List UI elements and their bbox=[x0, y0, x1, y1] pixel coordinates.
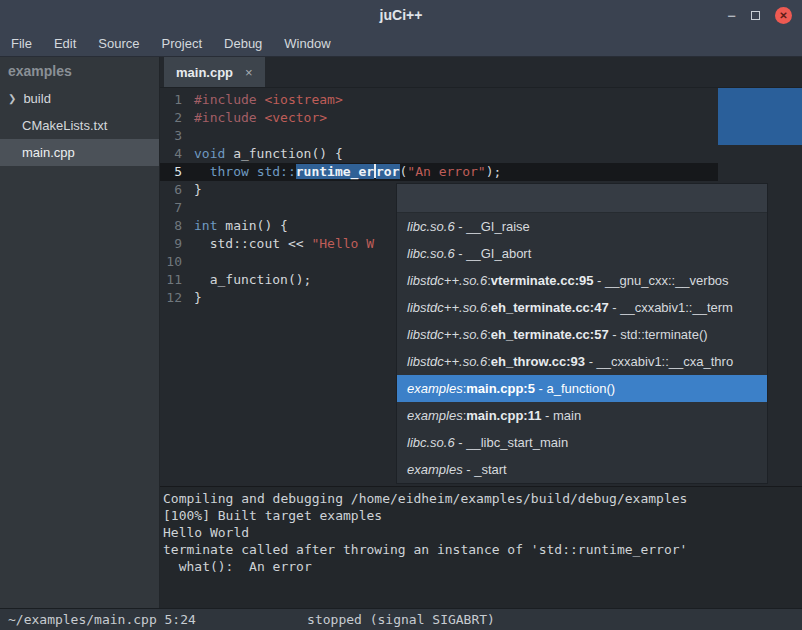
code-line-4[interactable]: 4void a_function() { bbox=[160, 145, 802, 163]
code-text: int main() { bbox=[188, 217, 288, 235]
code-pp: #include bbox=[194, 92, 257, 107]
stack-frame-8[interactable]: libc.so.6 - __libc_start_main bbox=[397, 429, 767, 456]
frame-library: libstdc++.so.6 bbox=[407, 327, 487, 342]
code-line-2[interactable]: 2#include <vector> bbox=[160, 109, 802, 127]
frame-location: main.cpp:11 bbox=[466, 408, 541, 423]
menu-source[interactable]: Source bbox=[87, 30, 150, 56]
code-line-1[interactable]: 1#include <iostream> bbox=[160, 91, 802, 109]
restore-icon[interactable] bbox=[751, 6, 760, 24]
code-text: a_function(); bbox=[188, 271, 311, 289]
frame-location: eh_terminate.cc:47 bbox=[491, 300, 609, 315]
line-number: 1 bbox=[160, 91, 188, 109]
code-editor[interactable]: 1#include <iostream>2#include <vector>34… bbox=[160, 88, 802, 486]
code-line-5[interactable]: 5 throw std::runtime_error("An error"); bbox=[160, 163, 802, 181]
code-plain bbox=[249, 164, 257, 179]
file-label: build bbox=[23, 91, 50, 106]
code-str: <vector> bbox=[264, 110, 327, 125]
frame-library: examples bbox=[407, 408, 463, 423]
frame-library: examples bbox=[407, 462, 463, 477]
code-plain: std::cout << bbox=[194, 236, 311, 251]
project-name: examples bbox=[0, 57, 159, 85]
frame-library: libstdc++.so.6 bbox=[407, 273, 487, 288]
menu-project[interactable]: Project bbox=[151, 30, 213, 56]
restore-square bbox=[751, 11, 760, 20]
frame-library: libstdc++.so.6 bbox=[407, 300, 487, 315]
stack-frame-1[interactable]: libc.so.6 - __GI_abort bbox=[397, 240, 767, 267]
code-kw: void bbox=[194, 146, 225, 161]
frame-location: main.cpp:5 bbox=[466, 381, 535, 396]
stack-trace-popup: libc.so.6 - __GI_raiselibc.so.6 - __GI_a… bbox=[396, 183, 768, 484]
stack-frame-6[interactable]: examples:main.cpp:5 - a_function() bbox=[397, 375, 767, 402]
status-file-position: ~/examples/main.cpp 5:24 bbox=[8, 609, 196, 630]
close-icon[interactable]: ✕ bbox=[775, 7, 792, 24]
tree-item-build[interactable]: ❯build bbox=[0, 85, 159, 112]
terminal-line-3: terminate called after throwing an insta… bbox=[163, 541, 802, 558]
code-text: } bbox=[188, 289, 202, 307]
statusbar: ~/examples/main.cpp 5:24 stopped (signal… bbox=[0, 608, 802, 630]
popup-header-spacer bbox=[397, 184, 767, 213]
code-kw: int bbox=[194, 218, 217, 233]
frame-function: - main bbox=[541, 408, 581, 423]
frame-function: - __gnu_cxx::__verbos bbox=[593, 273, 728, 288]
code-text: } bbox=[188, 181, 202, 199]
line-number: 9 bbox=[160, 235, 188, 253]
stack-frame-2[interactable]: libstdc++.so.6:vterminate.cc:95 - __gnu_… bbox=[397, 267, 767, 294]
code-str: "An error" bbox=[407, 164, 485, 179]
menu-file[interactable]: File bbox=[0, 30, 43, 56]
frame-function: - __libc_start_main bbox=[455, 435, 568, 450]
frame-library: libc.so.6 bbox=[407, 246, 455, 261]
tab-main-cpp[interactable]: main.cpp × bbox=[164, 57, 265, 87]
menu-edit[interactable]: Edit bbox=[43, 30, 87, 56]
frame-function: - __GI_abort bbox=[455, 246, 532, 261]
frame-function: - __cxxabiv1::__term bbox=[609, 300, 733, 315]
stack-frame-list: libc.so.6 - __GI_raiselibc.so.6 - __GI_a… bbox=[397, 213, 767, 483]
tab-close-icon[interactable]: × bbox=[245, 65, 253, 80]
stack-frame-7[interactable]: examples:main.cpp:11 - main bbox=[397, 402, 767, 429]
code-occ: ror bbox=[376, 164, 399, 179]
code-text: void a_function() { bbox=[188, 145, 343, 163]
code-text: #include <iostream> bbox=[188, 91, 343, 109]
stack-frame-5[interactable]: libstdc++.so.6:eh_throw.cc:93 - __cxxabi… bbox=[397, 348, 767, 375]
line-number: 11 bbox=[160, 271, 188, 289]
frame-library: libc.so.6 bbox=[407, 435, 455, 450]
code-text bbox=[188, 199, 194, 217]
stack-frame-3[interactable]: libstdc++.so.6:eh_terminate.cc:47 - __cx… bbox=[397, 294, 767, 321]
line-number: 4 bbox=[160, 145, 188, 163]
code-plain: main() { bbox=[217, 218, 287, 233]
stack-frame-9[interactable]: examples - _start bbox=[397, 456, 767, 483]
tab-label: main.cpp bbox=[176, 65, 233, 80]
stack-frame-4[interactable]: libstdc++.so.6:eh_terminate.cc:57 - std:… bbox=[397, 321, 767, 348]
minimize-icon[interactable]: − bbox=[727, 8, 736, 23]
line-number: 8 bbox=[160, 217, 188, 235]
main-area: main.cpp × 1#include <iostream>2#include… bbox=[160, 57, 802, 608]
frame-location: eh_terminate.cc:57 bbox=[491, 327, 609, 342]
frame-library: libc.so.6 bbox=[407, 219, 455, 234]
app-window: { "colors": { "accent_selection_blue": "… bbox=[0, 0, 802, 630]
code-occ: runtime_er bbox=[296, 164, 374, 179]
code-line-3[interactable]: 3 bbox=[160, 127, 802, 145]
stack-frame-0[interactable]: libc.so.6 - __GI_raise bbox=[397, 213, 767, 240]
line-number: 10 bbox=[160, 253, 188, 271]
code-type: std:: bbox=[257, 164, 296, 179]
line-number: 7 bbox=[160, 199, 188, 217]
menu-window[interactable]: Window bbox=[273, 30, 341, 56]
code-text: throw std::runtime_error("An error"); bbox=[188, 163, 501, 181]
frame-function: - __GI_raise bbox=[455, 219, 530, 234]
code-plain: ); bbox=[486, 164, 502, 179]
code-plain: } bbox=[194, 290, 202, 305]
terminal-output[interactable]: Compiling and debugging /home/eidheim/ex… bbox=[160, 486, 802, 608]
tabbar: main.cpp × bbox=[160, 57, 802, 88]
tree-item-cmakelists-txt[interactable]: CMakeLists.txt bbox=[0, 112, 159, 139]
file-tree: ❯buildCMakeLists.txtmain.cpp bbox=[0, 85, 159, 166]
frame-library: libstdc++.so.6 bbox=[407, 354, 487, 369]
tree-item-main-cpp[interactable]: main.cpp bbox=[0, 139, 159, 166]
frame-location: eh_throw.cc:93 bbox=[491, 354, 585, 369]
frame-location: vterminate.cc:95 bbox=[491, 273, 594, 288]
file-tree-sidebar: examples ❯buildCMakeLists.txtmain.cpp bbox=[0, 57, 160, 608]
terminal-line-4: what(): An error bbox=[163, 558, 802, 575]
menu-debug[interactable]: Debug bbox=[213, 30, 273, 56]
chevron-right-icon[interactable]: ❯ bbox=[8, 93, 16, 104]
code-plain bbox=[194, 164, 210, 179]
titlebar[interactable]: juCi++ − ✕ bbox=[0, 0, 802, 30]
code-text: #include <vector> bbox=[188, 109, 327, 127]
